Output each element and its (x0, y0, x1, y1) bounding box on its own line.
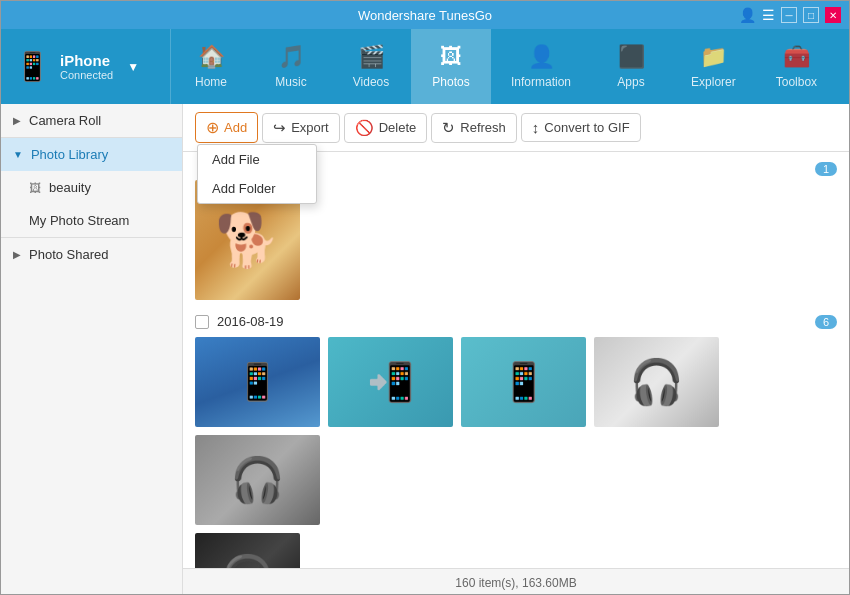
nav-photos[interactable]: 🖼 Photos (411, 29, 491, 104)
nav-apps-label: Apps (617, 75, 644, 89)
photo-shared-arrow: ▶ (13, 249, 21, 260)
device-section[interactable]: 📱 iPhone Connected ▼ (1, 29, 171, 104)
add-button[interactable]: ⊕ Add (195, 112, 258, 143)
convert-gif-icon: ↕ (532, 119, 540, 136)
photo-headphones3[interactable] (195, 533, 300, 568)
photo-grid-2 (195, 337, 837, 525)
sidebar-item-camera-roll[interactable]: ▶ Camera Roll (1, 104, 182, 137)
music-icon: 🎵 (278, 44, 305, 70)
add-folder-label: Add Folder (212, 181, 276, 196)
sidebar-item-photo-library[interactable]: ▼ Photo Library (1, 138, 182, 171)
device-info: iPhone Connected (60, 52, 113, 81)
information-icon: 👤 (528, 44, 555, 70)
delete-icon: 🚫 (355, 119, 374, 137)
export-label: Export (291, 120, 329, 135)
beauty-label: beauity (49, 180, 91, 195)
apps-icon: ⬛ (618, 44, 645, 70)
nav-music[interactable]: 🎵 Music (251, 29, 331, 104)
convert-to-gif-label: Convert to GIF (544, 120, 629, 135)
sidebar: ▶ Camera Roll ▼ Photo Library 🖼 beauity … (1, 104, 183, 595)
add-file-item[interactable]: Add File (198, 145, 316, 174)
explorer-icon: 📁 (700, 44, 727, 70)
videos-icon: 🎬 (358, 44, 385, 70)
content-area: ⊕ Add Add File Add Folder ↪ Export 🚫 Del… (183, 104, 849, 595)
photo-phone-home1[interactable] (328, 337, 453, 427)
nav-home[interactable]: 🏠 Home (171, 29, 251, 104)
minimize-button[interactable]: ─ (781, 7, 797, 23)
photo-shared-label: Photo Shared (29, 247, 109, 262)
group-count-1: 1 (815, 162, 837, 176)
photo-library-label: Photo Library (31, 147, 108, 162)
nav-music-label: Music (275, 75, 306, 89)
sidebar-item-my-photo-stream[interactable]: My Photo Stream (1, 204, 182, 237)
app-title: Wondershare TunesGo (358, 8, 492, 23)
date-header-left: 2016-08-19 (195, 314, 284, 329)
beauty-icon: 🖼 (29, 181, 41, 195)
toolbox-icon: 🧰 (783, 44, 810, 70)
iphone-icon: 📱 (15, 50, 50, 83)
nav-explorer-label: Explorer (691, 75, 736, 89)
group-count-2: 6 (815, 315, 837, 329)
device-dropdown-arrow[interactable]: ▼ (127, 60, 139, 74)
user-icon[interactable]: 👤 (739, 7, 756, 23)
date-checkbox[interactable] (195, 315, 209, 329)
status-bar: 160 item(s), 163.60MB (183, 568, 849, 595)
nav-toolbox-label: Toolbox (776, 75, 817, 89)
nav-explorer[interactable]: 📁 Explorer (671, 29, 756, 104)
photo-grid-3 (195, 533, 837, 568)
photo-area: 1 2016-08-19 6 (183, 152, 849, 568)
photo-phone-home2[interactable] (461, 337, 586, 427)
device-status: Connected (60, 69, 113, 81)
date-header-2016-08-19: 2016-08-19 6 (195, 314, 837, 329)
camera-roll-label: Camera Roll (29, 113, 101, 128)
photo-headphones2[interactable] (195, 435, 320, 525)
photo-screenshot[interactable] (195, 337, 320, 427)
refresh-label: Refresh (460, 120, 506, 135)
add-label: Add (224, 120, 247, 135)
nav-items: 🏠 Home 🎵 Music 🎬 Videos 🖼 Photos 👤 Infor… (171, 29, 849, 104)
main-layout: ▶ Camera Roll ▼ Photo Library 🖼 beauity … (1, 104, 849, 595)
device-name: iPhone (60, 52, 113, 69)
home-icon: 🏠 (198, 44, 225, 70)
title-bar: Wondershare TunesGo 👤 ☰ ─ □ ✕ (1, 1, 849, 29)
nav-information-label: Information (511, 75, 571, 89)
close-button[interactable]: ✕ (825, 7, 841, 23)
nav-videos[interactable]: 🎬 Videos (331, 29, 411, 104)
delete-button[interactable]: 🚫 Delete (344, 113, 428, 143)
photo-group-2016-08-19: 2016-08-19 6 (195, 314, 837, 568)
menu-icon[interactable]: ☰ (762, 7, 775, 23)
status-text: 160 item(s), 163.60MB (455, 576, 576, 590)
add-folder-item[interactable]: Add Folder (198, 174, 316, 203)
toolbar: ⊕ Add Add File Add Folder ↪ Export 🚫 Del… (183, 104, 849, 152)
camera-roll-arrow: ▶ (13, 115, 21, 126)
nav-videos-label: Videos (353, 75, 389, 89)
export-icon: ↪ (273, 119, 286, 137)
window-controls: 👤 ☰ ─ □ ✕ (739, 7, 841, 23)
photo-library-arrow: ▼ (13, 149, 23, 160)
add-file-label: Add File (212, 152, 260, 167)
nav-toolbox[interactable]: 🧰 Toolbox (756, 29, 837, 104)
refresh-button[interactable]: ↻ Refresh (431, 113, 517, 143)
sidebar-item-photo-shared[interactable]: ▶ Photo Shared (1, 238, 182, 271)
nav-bar: 📱 iPhone Connected ▼ 🏠 Home 🎵 Music 🎬 Vi… (1, 29, 849, 104)
date-label: 2016-08-19 (217, 314, 284, 329)
export-button[interactable]: ↪ Export (262, 113, 340, 143)
add-dropdown-menu: Add File Add Folder (197, 144, 317, 204)
delete-label: Delete (379, 120, 417, 135)
my-photo-stream-label: My Photo Stream (29, 213, 129, 228)
nav-photos-label: Photos (432, 75, 469, 89)
photos-icon: 🖼 (440, 44, 462, 70)
nav-apps[interactable]: ⬛ Apps (591, 29, 671, 104)
nav-home-label: Home (195, 75, 227, 89)
maximize-button[interactable]: □ (803, 7, 819, 23)
nav-information[interactable]: 👤 Information (491, 29, 591, 104)
refresh-icon: ↻ (442, 119, 455, 137)
photo-headphones1[interactable] (594, 337, 719, 427)
convert-to-gif-button[interactable]: ↕ Convert to GIF (521, 113, 641, 142)
add-icon: ⊕ (206, 118, 219, 137)
sidebar-item-beauty[interactable]: 🖼 beauity (1, 171, 182, 204)
